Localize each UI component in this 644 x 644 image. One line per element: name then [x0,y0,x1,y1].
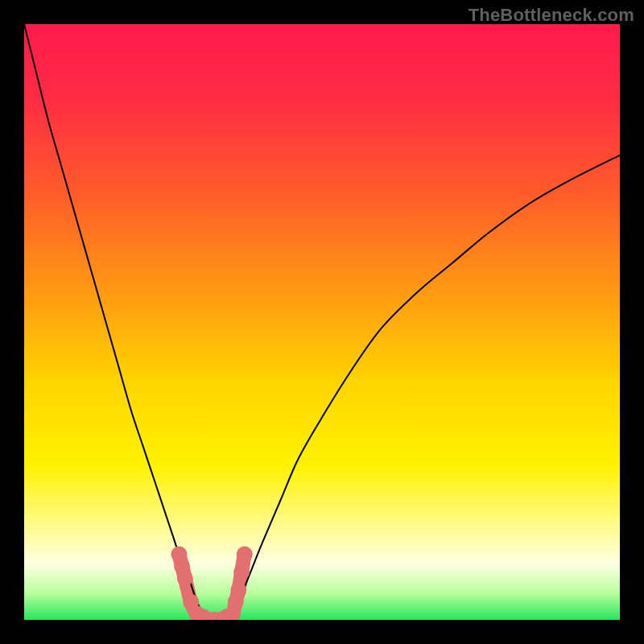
watermark-text: TheBottleneck.com [469,5,634,26]
gradient-background [24,24,620,620]
svg-rect-0 [24,24,620,620]
chart-frame: TheBottleneck.com [0,0,644,644]
plot-area [24,24,620,620]
